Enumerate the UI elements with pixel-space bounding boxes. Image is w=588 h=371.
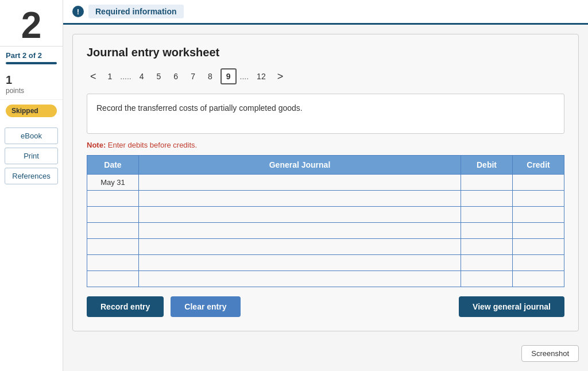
journal-input-1[interactable] <box>139 175 461 190</box>
debit-input-1[interactable] <box>461 175 512 190</box>
journal-cell-3[interactable] <box>139 207 461 223</box>
table-row <box>87 239 564 255</box>
credit-cell-1[interactable] <box>513 175 564 191</box>
credit-cell-6[interactable] <box>513 255 564 271</box>
credit-input-7[interactable] <box>513 271 564 287</box>
journal-input-3[interactable] <box>139 207 461 222</box>
debit-cell-7[interactable] <box>461 271 513 287</box>
date-cell-5 <box>87 239 139 255</box>
worksheet-container: Journal entry worksheet < 1 ..... 4 5 6 … <box>72 34 579 331</box>
debit-cell-2[interactable] <box>461 191 513 207</box>
credit-cell-7[interactable] <box>513 271 564 287</box>
part-label: Part 2 of 2 <box>0 47 63 60</box>
points-section: 1 points <box>0 69 63 100</box>
screenshot-button[interactable]: Screenshot <box>521 345 579 362</box>
journal-cell-2[interactable] <box>139 191 461 207</box>
date-cell-2 <box>87 191 139 207</box>
page-9[interactable]: 9 <box>220 68 237 84</box>
header-credit: Credit <box>513 156 564 175</box>
date-cell-6 <box>87 255 139 271</box>
print-link[interactable]: Print <box>5 148 58 164</box>
info-icon: ! <box>72 6 84 17</box>
table-row: May 31 <box>87 175 564 191</box>
debit-input-7[interactable] <box>461 271 512 287</box>
instruction-box: Record the transferred costs of partiall… <box>87 94 564 134</box>
progress-bar <box>6 62 57 64</box>
debit-input-3[interactable] <box>461 207 512 222</box>
table-row <box>87 207 564 223</box>
credit-input-6[interactable] <box>513 255 564 270</box>
page-12[interactable]: 12 <box>252 69 270 83</box>
note-body: Enter debits before credits. <box>108 141 197 149</box>
header-debit: Debit <box>461 156 513 175</box>
points-text: points <box>6 87 57 95</box>
journal-cell-5[interactable] <box>139 239 461 255</box>
journal-input-2[interactable] <box>139 191 461 206</box>
clear-entry-button[interactable]: Clear entry <box>171 296 240 317</box>
references-link[interactable]: References <box>5 168 58 184</box>
credit-cell-3[interactable] <box>513 207 564 223</box>
credit-cell-5[interactable] <box>513 239 564 255</box>
worksheet-title: Journal entry worksheet <box>87 46 564 59</box>
view-general-journal-button[interactable]: View general journal <box>459 296 564 317</box>
debit-cell-4[interactable] <box>461 223 513 239</box>
header-date: Date <box>87 156 139 175</box>
credit-input-3[interactable] <box>513 207 564 222</box>
debit-input-4[interactable] <box>461 223 512 238</box>
required-info-label: Required information <box>88 5 184 18</box>
date-cell-4 <box>87 223 139 239</box>
main-content: ! Required information Journal entry wor… <box>63 0 588 371</box>
pagination: < 1 ..... 4 5 6 7 8 9 .... 12 > <box>87 68 564 84</box>
debit-cell-5[interactable] <box>461 239 513 255</box>
debit-input-5[interactable] <box>461 239 512 254</box>
table-row <box>87 255 564 271</box>
prev-page-button[interactable]: < <box>87 69 100 84</box>
next-page-button[interactable]: > <box>274 69 287 84</box>
credit-input-4[interactable] <box>513 223 564 238</box>
journal-cell-6[interactable] <box>139 255 461 271</box>
journal-cell-7[interactable] <box>139 271 461 287</box>
page-dots-1: ..... <box>120 72 131 81</box>
header-journal: General Journal <box>139 156 461 175</box>
credit-input-5[interactable] <box>513 239 564 254</box>
note-line: Note: Enter debits before credits. <box>87 141 564 149</box>
journal-table: Date General Journal Debit Credit May 31 <box>87 155 564 287</box>
debit-input-6[interactable] <box>461 255 512 270</box>
table-row <box>87 223 564 239</box>
page-5[interactable]: 5 <box>152 69 166 83</box>
debit-input-2[interactable] <box>461 191 512 206</box>
instruction-text: Record the transferred costs of partiall… <box>96 103 303 113</box>
sidebar: 2 Part 2 of 2 1 points Skipped eBook Pri… <box>0 0 63 371</box>
journal-cell-1[interactable] <box>139 175 461 191</box>
table-row <box>87 271 564 287</box>
page-6[interactable]: 6 <box>169 69 183 83</box>
points-number: 1 <box>6 74 57 87</box>
progress-bar-container <box>0 60 63 69</box>
journal-input-6[interactable] <box>139 255 461 270</box>
credit-input-1[interactable] <box>513 175 564 190</box>
journal-cell-4[interactable] <box>139 223 461 239</box>
date-cell-1: May 31 <box>87 175 139 191</box>
credit-cell-2[interactable] <box>513 191 564 207</box>
debit-cell-1[interactable] <box>461 175 513 191</box>
page-8[interactable]: 8 <box>203 69 217 83</box>
debit-cell-3[interactable] <box>461 207 513 223</box>
journal-input-7[interactable] <box>139 271 461 287</box>
header-bar: ! Required information <box>63 0 588 25</box>
footer-bar: Screenshot <box>63 341 588 366</box>
page-1[interactable]: 1 <box>103 69 117 83</box>
journal-input-5[interactable] <box>139 239 461 254</box>
ebook-link[interactable]: eBook <box>5 127 58 144</box>
page-7[interactable]: 7 <box>186 69 200 83</box>
credit-cell-4[interactable] <box>513 223 564 239</box>
skipped-badge: Skipped <box>6 105 57 117</box>
record-entry-button[interactable]: Record entry <box>87 296 164 317</box>
credit-input-2[interactable] <box>513 191 564 206</box>
page-4[interactable]: 4 <box>135 69 149 83</box>
debit-cell-6[interactable] <box>461 255 513 271</box>
sidebar-links: eBook Print References <box>0 122 63 190</box>
date-cell-3 <box>87 207 139 223</box>
journal-input-4[interactable] <box>139 223 461 238</box>
note-label: Note: <box>87 141 106 149</box>
problem-number: 2 <box>0 5 63 47</box>
